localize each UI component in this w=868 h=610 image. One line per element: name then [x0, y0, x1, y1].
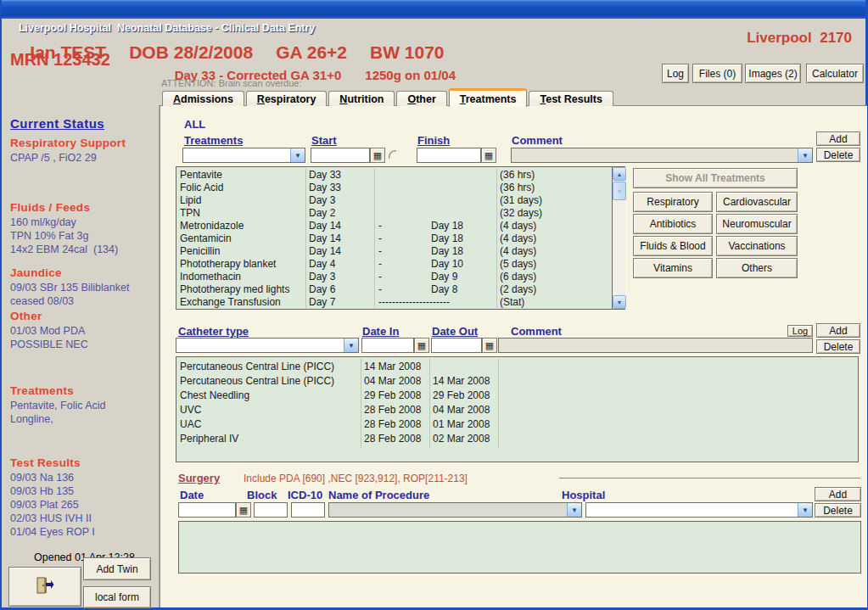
tab-respiratory[interactable]: Respiratory [246, 91, 327, 106]
tab-other[interactable]: Other [396, 91, 446, 106]
neuromuscular-category-button[interactable]: Neuromuscular [716, 214, 798, 234]
treatment-row[interactable]: TPNDay 2(32 days) [176, 207, 624, 220]
surgery-block-label: Block [247, 489, 277, 501]
chevron-down-icon[interactable]: ▼ [344, 339, 358, 352]
section-line: 09/03 Na 136 [10, 471, 156, 484]
catheter-type-combo[interactable]: ▼ [176, 338, 359, 353]
date-out-calendar-icon[interactable]: ▦ [482, 338, 497, 353]
tab-nutrition[interactable]: Nutrition [328, 91, 395, 106]
start-date-input[interactable] [311, 148, 370, 163]
finish-column-label: Finish [417, 134, 450, 147]
section-line: POSSIBLE NEC [10, 338, 156, 351]
calculator-button[interactable]: Calculator [806, 64, 864, 83]
finish-date-input[interactable] [417, 148, 481, 163]
date-in-calendar-icon[interactable]: ▦ [414, 338, 429, 353]
section-line: Pentavite, Folic Acid [10, 399, 156, 412]
section-line: CPAP /5 , FiO2 29 [10, 151, 156, 165]
date-out-input[interactable] [431, 338, 482, 353]
catheter-row[interactable]: Chest Needling29 Feb 200829 Feb 2008 [176, 389, 858, 403]
surgery-procedure-label: Name of Procedure [328, 489, 429, 501]
vitamins-category-button[interactable]: Vitamins [633, 258, 713, 278]
others-category-button[interactable]: Others [716, 258, 798, 278]
treatment-delete-button[interactable]: Delete [816, 148, 860, 162]
section-line: TPN 10% Fat 3g [10, 229, 156, 243]
respiratory-category-button[interactable]: Respiratory [633, 192, 713, 212]
sidebar-section-test-results: Test Results 09/03 Na 136 09/03 Hb 135 0… [10, 456, 156, 539]
catheter-row[interactable]: Percutaneous Central Line (PICC)14 Mar 2… [176, 360, 858, 374]
chevron-down-icon[interactable]: ▼ [798, 503, 812, 517]
sidebar-section-fluids-feeds: Fluids / Feeds 160 ml/kg/day TPN 10% Fat… [10, 201, 156, 256]
treatment-row[interactable]: Folic AcidDay 33(36 hrs) [176, 182, 624, 194]
treatment-row[interactable]: IndomethacinDay 3-Day 9(6 days) [176, 271, 624, 283]
treatments-list[interactable]: PentaviteDay 33(36 hrs) Folic AcidDay 33… [176, 166, 625, 310]
tab-treatments[interactable]: Treatments [449, 88, 528, 107]
tab-admissions[interactable]: Admissions [162, 91, 244, 106]
surgery-add-button[interactable]: Add [815, 487, 861, 501]
vaccinations-category-button[interactable]: Vaccinations [716, 236, 798, 256]
surgery-date-input[interactable] [178, 502, 236, 518]
catheter-row[interactable]: Percutaneous Central Line (PICC)04 Mar 2… [176, 374, 858, 389]
treatment-add-button[interactable]: Add [816, 132, 860, 146]
treatment-row[interactable]: GentamicinDay 14-Day 18(4 days) [176, 232, 624, 245]
section-heading: Other [10, 310, 156, 322]
surgery-date-label: Date [180, 489, 204, 501]
treatment-row[interactable]: Phototherapy med lightsDay 6-Day 8(2 day… [176, 283, 624, 296]
section-heading: Fluids / Feeds [10, 201, 156, 214]
catheter-delete-button[interactable]: Delete [816, 339, 860, 354]
show-all-treatments-button[interactable]: Show All Treatments [633, 168, 798, 188]
treatment-row[interactable]: MetronidazoleDay 14-Day 18(4 days) [176, 220, 624, 232]
refresh-arc-icon [388, 149, 398, 165]
date-out-label: Date Out [432, 325, 478, 338]
catheter-row[interactable]: UVC28 Feb 200804 Mar 2008 [176, 403, 858, 417]
add-twin-button[interactable]: Add Twin [83, 557, 151, 580]
section-heading: Jaundice [10, 266, 156, 279]
files-button[interactable]: Files (0) [692, 64, 742, 83]
sidebar-section-other: Other 01/03 Mod PDA POSSIBLE NEC [10, 310, 156, 351]
surgery-title[interactable]: Surgery [178, 472, 220, 484]
scroll-down-icon[interactable]: ▼ [613, 295, 626, 309]
log-button[interactable]: Log [662, 64, 689, 83]
scroll-up-icon[interactable]: ▲ [613, 167, 626, 181]
scrollbar-thumb[interactable]: ≡ [613, 182, 626, 200]
section-line: 09/03 SBr 135 Biliblanket [10, 281, 156, 294]
treatment-row[interactable]: PenicillinDay 14-Day 18(4 days) [176, 245, 624, 258]
chevron-down-icon[interactable]: ▼ [290, 148, 305, 162]
surgery-delete-button[interactable]: Delete [815, 503, 861, 518]
surgery-icd10-input[interactable] [291, 502, 325, 518]
section-line: 14x2 EBM 24cal (134) [10, 243, 156, 256]
local-form-button[interactable]: local form [83, 586, 151, 608]
tab-test-results[interactable]: Test Results [529, 91, 613, 106]
window-titlebar[interactable]: Liverpool Hospital Neonatal Database - C… [2, 0, 865, 19]
cardiovascular-category-button[interactable]: Cardiovascular [716, 192, 798, 212]
surgery-divider [559, 478, 860, 478]
catheter-add-button[interactable]: Add [816, 323, 860, 338]
catheter-comment-box[interactable] [498, 338, 813, 353]
catheter-row[interactable]: Peripheral IV28 Feb 200802 Mar 2008 [176, 432, 858, 446]
surgery-block-input[interactable] [254, 502, 288, 518]
treatment-row[interactable]: PentaviteDay 33(36 hrs) [176, 169, 624, 182]
fluids-blood-category-button[interactable]: Fluids & Blood [633, 236, 713, 256]
finish-calendar-icon[interactable]: ▦ [481, 148, 496, 163]
surgery-procedure-combo[interactable]: ▼ [328, 502, 582, 518]
chevron-down-icon[interactable]: ▼ [567, 503, 581, 517]
sidebar-section-jaundice: Jaundice 09/03 SBr 135 Biliblanket cease… [10, 266, 156, 308]
images-button[interactable]: Images (2) [745, 64, 801, 83]
start-calendar-icon[interactable]: ▦ [370, 148, 385, 163]
treatment-row[interactable]: Phototherapy blanketDay 4-Day 10(5 days) [176, 258, 624, 271]
treatments-scrollbar[interactable]: ▲ ≡ ▼ [612, 167, 625, 309]
date-in-input[interactable] [361, 338, 414, 353]
catheter-list[interactable]: Percutaneous Central Line (PICC)14 Mar 2… [176, 356, 859, 462]
treatments-combo[interactable]: ▼ [182, 148, 305, 163]
chevron-down-icon[interactable]: ▼ [798, 148, 812, 162]
surgery-calendar-icon[interactable]: ▦ [236, 502, 251, 518]
catheter-row[interactable]: UAC28 Feb 200801 Mar 2008 [176, 417, 858, 432]
treatment-row[interactable]: Exchange TransfusionDay 7---------------… [176, 296, 624, 309]
antibiotics-category-button[interactable]: Antibiotics [633, 214, 713, 234]
catheter-log-button[interactable]: Log [787, 325, 813, 337]
surgery-hospital-combo[interactable]: ▼ [585, 502, 813, 518]
treatment-row[interactable]: LipidDay 3(31 days) [176, 194, 624, 207]
surgery-list[interactable] [178, 521, 861, 574]
exit-button[interactable] [8, 567, 81, 607]
treatment-comment-combo[interactable]: ▼ [511, 148, 813, 163]
app-window: Liverpool Hospital Neonatal Database - C… [0, 0, 868, 610]
